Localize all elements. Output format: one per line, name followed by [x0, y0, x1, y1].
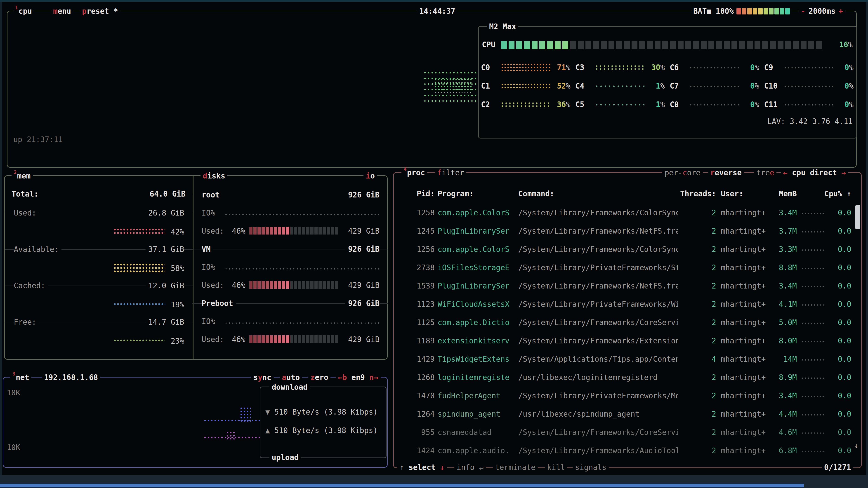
- header-threads[interactable]: Threads:: [678, 189, 716, 198]
- header-cpu-sort[interactable]: Cpu% ↑: [797, 189, 851, 198]
- sort-right-arrow[interactable]: →: [841, 168, 846, 178]
- upload-label: upload: [270, 453, 301, 462]
- process-row[interactable]: 1245 PlugInLibrarySer /System/Library/Fr…: [414, 222, 851, 240]
- process-program: PlugInLibrarySer: [435, 282, 516, 290]
- process-row[interactable]: 1429 TipsWidgetExtens /System/Applicatio…: [414, 350, 851, 368]
- process-row[interactable]: 2738 iOSFilesStorageE /System/Library/Pr…: [414, 258, 851, 277]
- interval-minus-button[interactable]: -: [801, 6, 805, 16]
- process-pid: 1245: [414, 227, 435, 235]
- process-row[interactable]: 1470 fudHelperAgent /System/Library/Priv…: [414, 387, 851, 405]
- process-command: /System/Library/Frameworks/ExtensionF: [516, 336, 678, 345]
- info-button[interactable]: info ↵: [454, 462, 486, 473]
- net-interface-switcher[interactable]: ←b en9 n→: [336, 372, 381, 383]
- process-row[interactable]: 1189 extensionkitserv /System/Library/Fr…: [414, 332, 851, 350]
- process-row[interactable]: 1258 com.apple.ColorS /System/Library/Fr…: [414, 203, 851, 222]
- core-graph: [784, 67, 833, 69]
- disk-io-label: IO%: [202, 262, 215, 272]
- battery-block: [753, 8, 757, 14]
- core-graph: [690, 86, 739, 88]
- disks-panel: root 926 GiB IO% Used: 46% 429 GiB VM 92…: [193, 176, 387, 359]
- select-control[interactable]: ↑ select ↓: [397, 462, 447, 473]
- select-down-icon[interactable]: ↓: [436, 462, 445, 473]
- disk-io-graph: [225, 268, 381, 270]
- cpu-graph-dense: [435, 78, 473, 93]
- disk-used-value: 429 GiB: [348, 281, 379, 290]
- core-percent: 0%: [750, 82, 759, 90]
- process-program: spindump_agent: [435, 410, 516, 418]
- proc-box-toggle[interactable]: 4proc: [401, 168, 427, 178]
- header-pid[interactable]: Pid:: [414, 189, 435, 198]
- process-row[interactable]: 1539 PlugInLibrarySer /System/Library/Fr…: [414, 277, 851, 295]
- core-graph: [501, 64, 550, 73]
- process-row[interactable]: 1123 WiFiCloudAssetsX /System/Library/Pr…: [414, 295, 851, 313]
- process-row[interactable]: 1424 com.apple.audio. /System/Library/Fr…: [414, 442, 851, 460]
- core-label: C3: [576, 63, 585, 72]
- disk-entry: VM 926 GiB IO% Used: 46% 429 GiB: [193, 244, 387, 298]
- core-label: C9: [764, 63, 773, 72]
- disk-used-meter: [249, 281, 338, 289]
- core-graph: [596, 86, 645, 88]
- select-up-icon[interactable]: ↑: [400, 462, 409, 473]
- net-auto-button[interactable]: auto: [280, 372, 302, 383]
- mem-panel: Total: 64.0 GiB Used: 26.8 GiB 42% Avail…: [5, 176, 193, 359]
- reverse-toggle[interactable]: reverse: [708, 168, 744, 178]
- battery-block: [758, 8, 763, 14]
- mem-entry-value: 26.8 GiB: [146, 208, 184, 218]
- process-threads: 2: [678, 263, 716, 272]
- terminate-button[interactable]: terminate: [493, 462, 538, 473]
- proc-scrollbar-thumb[interactable]: [855, 205, 860, 229]
- prev-interface-button[interactable]: ←b: [338, 372, 347, 383]
- per-core-toggle[interactable]: per-core: [662, 168, 703, 178]
- process-pid: 1470: [414, 391, 435, 400]
- process-user: mhartingt+: [716, 208, 772, 217]
- cpu-box-toggle[interactable]: 1cpu: [13, 6, 34, 16]
- sort-column-switcher[interactable]: ← cpu direct →: [781, 168, 848, 178]
- process-row[interactable]: 955 csnameddatad /System/Library/Framewo…: [414, 423, 851, 442]
- interval-plus-button[interactable]: +: [839, 6, 843, 16]
- process-mem: 8.0M: [772, 336, 797, 345]
- filter-button[interactable]: filter: [435, 168, 466, 178]
- cpu-box-number: 1: [15, 5, 18, 10]
- process-row[interactable]: 1264 spindump_agent /usr/libexec/spindum…: [414, 405, 851, 423]
- process-mem: 8.9M: [772, 373, 797, 382]
- header-command[interactable]: Command:: [516, 189, 678, 198]
- signals-button[interactable]: signals: [573, 462, 609, 473]
- process-row[interactable]: 1125 com.apple.Dictio /System/Library/Fr…: [414, 313, 851, 332]
- core-percent: 1%: [656, 100, 665, 109]
- net-zero-button[interactable]: zero: [308, 372, 331, 383]
- cpu-total-label: CPU: [482, 40, 495, 50]
- sort-left-arrow[interactable]: ←: [783, 168, 787, 178]
- mem-total-label: Total:: [11, 189, 38, 199]
- core-cell: C3 30%: [573, 59, 668, 77]
- process-row[interactable]: 1256 com.apple.ColorS /System/Library/Fr…: [414, 240, 851, 258]
- process-pid: 1539: [414, 282, 435, 290]
- process-threads: 2: [678, 336, 716, 345]
- preset-button[interactable]: preset *: [80, 6, 120, 16]
- process-threads: 2: [678, 391, 716, 400]
- proc-box-number: 4: [404, 166, 407, 172]
- header-mem[interactable]: MemB: [772, 189, 797, 198]
- core-graph: [501, 84, 550, 90]
- mem-entry-meter: [114, 228, 165, 235]
- window-right-edge: [866, 2, 868, 475]
- net-sync-button[interactable]: sync: [251, 372, 274, 383]
- process-threads: 2: [678, 318, 716, 327]
- battery-block: [737, 8, 741, 14]
- process-row[interactable]: 1268 loginitemregiste /usr/libexec/login…: [414, 368, 851, 387]
- process-threads: 2: [678, 227, 716, 235]
- tree-toggle[interactable]: tree: [754, 168, 776, 178]
- net-box-toggle[interactable]: 3net: [10, 372, 31, 383]
- menu-button[interactable]: menu: [51, 6, 73, 16]
- core-graph: [596, 65, 645, 71]
- refresh-interval: - 2000ms +: [799, 6, 845, 16]
- process-program: TipsWidgetExtens: [435, 355, 516, 363]
- process-pid: 2738: [414, 263, 435, 272]
- process-mem-meter: [797, 295, 825, 313]
- core-cell: C2 36%: [479, 96, 573, 115]
- next-interface-button[interactable]: n→: [369, 372, 378, 383]
- mem-entry-meter: [114, 302, 165, 306]
- process-program: WiFiCloudAssetsX: [435, 300, 516, 308]
- header-program[interactable]: Program:: [435, 189, 516, 198]
- kill-button[interactable]: kill: [545, 462, 567, 473]
- header-user[interactable]: User:: [716, 189, 772, 198]
